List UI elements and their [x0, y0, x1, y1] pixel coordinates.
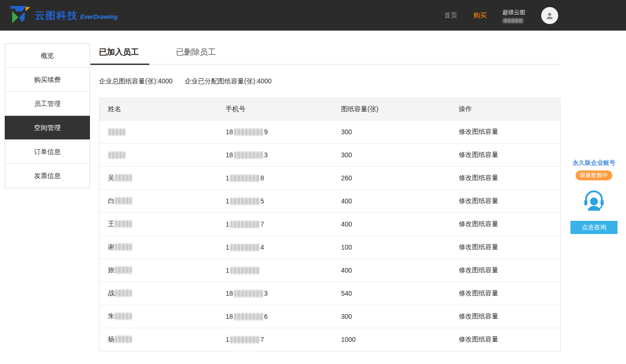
censored-phone [234, 129, 263, 136]
modify-capacity-link[interactable]: 修改图纸容量 [459, 151, 498, 158]
nav-home-link[interactable]: 首页 [444, 11, 457, 20]
sidebar-item[interactable]: 订单信息 [5, 140, 89, 164]
capacity-summary: 企业总图纸容量(张):4000 企业已分配图纸容量(张):4000 [99, 77, 561, 86]
account-type-label: 超级云图 [503, 9, 525, 16]
employee-phone-cell: 189 [217, 128, 333, 136]
phone-visible-suffix: 5 [260, 197, 264, 205]
censored-phone [230, 221, 260, 228]
action-cell: 修改图纸容量 [450, 312, 560, 321]
tab-label: 已加入员工 [99, 48, 139, 57]
action-cell: 修改图纸容量 [450, 266, 560, 275]
name-visible-prefix: 谢 [108, 243, 114, 251]
promo-limited-badge: 限量抢购中 [576, 170, 612, 180]
name-visible-prefix: 旅 [108, 266, 114, 274]
table-row: 白 15 400 修改图纸容量 [99, 189, 560, 212]
table-row: 战 183 540 修改图纸容量 [99, 282, 560, 305]
phone-visible-suffix: 6 [264, 313, 268, 320]
employee-name-cell: 吴 [99, 174, 217, 182]
capacity-stat-value: 4000 [158, 77, 172, 85]
sidebar-item[interactable]: 发票信息 [5, 164, 89, 188]
action-cell: 修改图纸容量 [450, 220, 560, 228]
employee-phone-cell: 18 [217, 174, 333, 182]
account-info[interactable]: 超级云图 [503, 8, 525, 23]
censored-name [115, 197, 132, 204]
nav-buy-link[interactable]: 购买 [473, 11, 487, 20]
employee-name-cell: 朱 [99, 312, 217, 321]
table-row: 王 17 400 修改图纸容量 [99, 212, 560, 235]
employee-name-cell [99, 128, 217, 136]
phone-visible-prefix: 18 [226, 128, 233, 136]
main-content: 已加入员工 已删除员工 企业总图纸容量(张):4000 企业已分配图纸容量(张)… [99, 45, 561, 351]
phone-visible-prefix: 18 [226, 290, 233, 297]
employee-phone-cell: 183 [217, 290, 333, 297]
employee-phone-cell: 1 [217, 267, 333, 274]
employee-name-cell: 白 [99, 197, 217, 205]
person-icon [545, 11, 554, 20]
column-header-capacity: 图纸容量(张) [333, 105, 450, 113]
censored-name [115, 174, 132, 181]
promo-consult-button[interactable]: 点击咨询 [570, 221, 618, 234]
sidebar-item-label: 购买续费 [34, 76, 61, 83]
censored-account-name [503, 18, 523, 23]
censored-phone [230, 244, 260, 251]
table-row: 吴 18 260 修改图纸容量 [99, 166, 560, 189]
capacity-stat: 企业已分配图纸容量(张):4000 [185, 77, 271, 85]
drawing-capacity-cell: 100 [333, 243, 450, 251]
modify-capacity-link[interactable]: 修改图纸容量 [459, 289, 498, 297]
name-visible-prefix: 王 [108, 220, 114, 227]
modify-capacity-link[interactable]: 修改图纸容量 [459, 312, 498, 320]
sidebar-item-label: 发票信息 [34, 172, 61, 179]
drawing-capacity-cell: 540 [333, 290, 450, 297]
app-header: 云图科技 EverDrawing 首页 购买 超级云图 [0, 0, 626, 31]
employee-name-cell: 旅 [99, 266, 217, 275]
drawing-capacity-cell: 300 [333, 128, 450, 136]
user-avatar[interactable] [541, 7, 558, 24]
employee-name-cell: 战 [99, 289, 217, 298]
censored-phone [230, 267, 260, 274]
phone-visible-prefix: 18 [226, 313, 233, 320]
employee-phone-cell: 14 [217, 243, 333, 251]
employee-tab[interactable]: 已加入员工 [90, 45, 149, 65]
action-cell: 修改图纸容量 [450, 197, 560, 205]
censored-phone [230, 336, 260, 343]
drawing-capacity-cell: 400 [333, 267, 450, 274]
censored-phone [230, 198, 260, 205]
action-cell: 修改图纸容量 [450, 174, 560, 182]
action-cell: 修改图纸容量 [450, 289, 560, 298]
phone-visible-suffix: 8 [260, 174, 264, 182]
capacity-stat-label: 企业已分配图纸容量(张): [185, 77, 257, 85]
column-header-action: 操作 [450, 105, 560, 113]
employee-phone-cell: 17 [217, 220, 333, 228]
modify-capacity-link[interactable]: 修改图纸容量 [459, 174, 498, 181]
modify-capacity-link[interactable]: 修改图纸容量 [459, 243, 498, 251]
phone-visible-suffix: 3 [264, 151, 268, 159]
censored-name [108, 129, 125, 136]
modify-capacity-link[interactable]: 修改图纸容量 [459, 128, 498, 135]
employee-name-cell: 杨 [99, 335, 217, 344]
phone-visible-prefix: 1 [226, 243, 229, 251]
employee-name-cell: 谢 [99, 243, 217, 251]
modify-capacity-link[interactable]: 修改图纸容量 [459, 335, 498, 343]
modify-capacity-link[interactable]: 修改图纸容量 [459, 266, 498, 274]
sidebar-item[interactable]: 空间管理 [5, 116, 90, 140]
column-header-name: 姓名 [99, 105, 217, 113]
action-cell: 修改图纸容量 [450, 151, 560, 159]
censored-name [115, 243, 132, 251]
sidebar-item[interactable]: 购买续费 [5, 68, 89, 92]
capacity-stat-label: 企业总图纸容量(张): [99, 77, 158, 85]
name-visible-prefix: 战 [108, 289, 114, 297]
phone-visible-prefix: 1 [226, 336, 229, 343]
phone-visible-suffix: 7 [260, 336, 264, 343]
phone-visible-suffix: 4 [260, 243, 264, 251]
censored-name [115, 290, 132, 297]
brand-logo[interactable]: 云图科技 EverDrawing [8, 4, 118, 27]
sidebar-item[interactable]: 员工管理 [5, 92, 89, 116]
modify-capacity-link[interactable]: 修改图纸容量 [459, 220, 498, 227]
phone-visible-suffix: 3 [264, 290, 268, 297]
drawing-capacity-cell: 300 [333, 151, 450, 159]
employee-tab[interactable]: 已删除员工 [166, 45, 226, 64]
sidebar-item[interactable]: 概览 [5, 44, 89, 68]
modify-capacity-link[interactable]: 修改图纸容量 [459, 197, 498, 204]
employee-phone-cell: 183 [217, 151, 333, 159]
sidebar-item-label: 员工管理 [34, 100, 61, 107]
